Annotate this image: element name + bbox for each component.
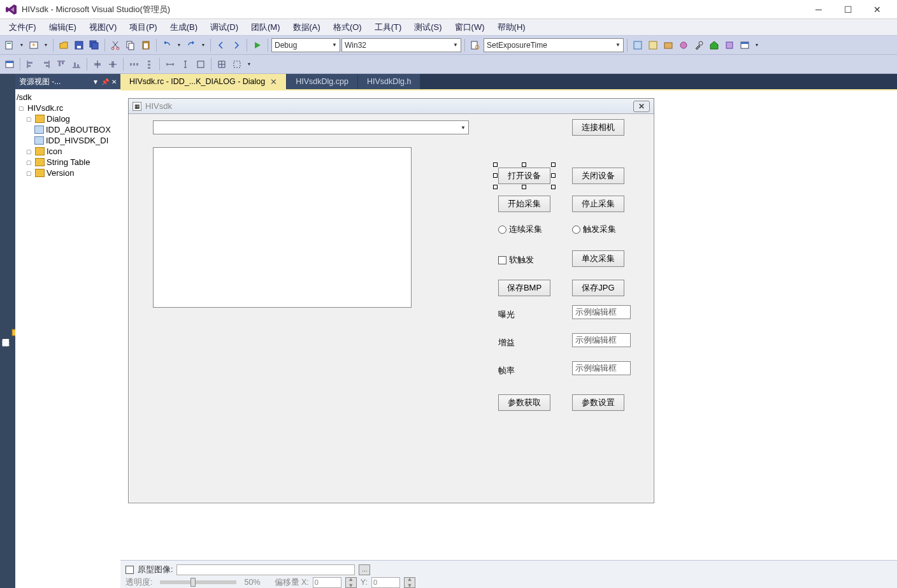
tree-root[interactable]: /sdk: [17, 92, 119, 103]
tab-h[interactable]: HIVsdkDlg.h: [358, 74, 420, 89]
start-grab-button[interactable]: 开始采集: [498, 196, 550, 212]
menu-test[interactable]: 测试(S): [408, 20, 448, 35]
browse-button[interactable]: …: [359, 564, 370, 575]
dropdown-icon[interactable]: ▼: [199, 38, 207, 52]
fps-input[interactable]: 示例编辑框: [572, 361, 631, 375]
cut-icon[interactable]: [108, 38, 122, 52]
menu-edit[interactable]: 编辑(E): [43, 20, 83, 35]
close-icon[interactable]: ✕: [270, 77, 277, 87]
class-view-icon[interactable]: [677, 38, 691, 52]
menu-debug[interactable]: 调试(D): [204, 20, 245, 35]
close-button[interactable]: ✕: [863, 0, 892, 19]
same-size-icon[interactable]: [194, 57, 208, 71]
same-height-icon[interactable]: [178, 57, 192, 71]
soft-trigger-check[interactable]: 软触发: [498, 254, 534, 266]
offset-y-input[interactable]: 0: [371, 577, 400, 588]
space-h-icon[interactable]: [127, 57, 141, 71]
open-device-button[interactable]: 打开设备: [498, 168, 550, 184]
menu-build[interactable]: 生成(B): [164, 20, 204, 35]
find-in-files-icon[interactable]: [468, 38, 482, 52]
dropdown-icon[interactable]: ▼: [92, 78, 99, 85]
connect-camera-button[interactable]: 连接相机: [572, 119, 624, 136]
solution-explorer-icon[interactable]: [631, 38, 645, 52]
resource-tree[interactable]: /sdk ▢HIVsdk.rc ▢Dialog IDD_ABOUTBOX IDD…: [15, 89, 120, 588]
dialog-designer[interactable]: ▦ HIVsdk ✕ ▼ 连接相机 打开设备 关闭设备: [120, 89, 897, 588]
save-bmp-button[interactable]: 保存BMP: [498, 280, 550, 296]
align-right-icon[interactable]: [39, 57, 53, 71]
dropdown-icon[interactable]: ▼: [42, 38, 50, 52]
trigger-radio[interactable]: 触发采集: [572, 224, 616, 235]
nav-back-icon[interactable]: [214, 38, 228, 52]
tree-node[interactable]: ▢HIVsdk.rc: [17, 103, 119, 113]
test-dialog-icon[interactable]: [3, 57, 17, 71]
spinner-icon[interactable]: ▲▼: [404, 577, 415, 588]
ext-manager-icon[interactable]: [722, 38, 736, 52]
center-h-icon[interactable]: [90, 57, 104, 71]
align-bottom-icon[interactable]: [69, 57, 83, 71]
maximize-button[interactable]: ☐: [833, 0, 863, 19]
platform-select[interactable]: Win32▼: [341, 38, 461, 52]
camera-combo[interactable]: ▼: [153, 120, 469, 134]
pin-icon[interactable]: 📌: [101, 78, 109, 85]
close-icon[interactable]: ✕: [111, 78, 117, 85]
add-item-icon[interactable]: +: [27, 38, 41, 52]
new-project-icon[interactable]: [3, 38, 17, 52]
align-top-icon[interactable]: [54, 57, 68, 71]
start-debug-icon[interactable]: [250, 38, 264, 52]
dropdown-icon[interactable]: ▼: [18, 38, 25, 52]
tools-icon[interactable]: [692, 38, 706, 52]
properties-icon[interactable]: [646, 38, 660, 52]
same-width-icon[interactable]: [163, 57, 177, 71]
get-param-button[interactable]: 参数获取: [498, 394, 550, 411]
menu-help[interactable]: 帮助(H): [491, 20, 532, 35]
grid-icon[interactable]: [215, 57, 229, 71]
orig-image-check[interactable]: [126, 566, 134, 574]
spinner-icon[interactable]: ▲▼: [345, 577, 357, 588]
tree-node[interactable]: ▢String Table: [17, 157, 119, 168]
stop-grab-button[interactable]: 停止采集: [572, 196, 624, 212]
toolbox-icon[interactable]: [661, 38, 675, 52]
dialog-frame[interactable]: ▦ HIVsdk ✕ ▼ 连接相机 打开设备 关闭设备: [128, 98, 654, 503]
dropdown-icon[interactable]: ▼: [753, 38, 761, 52]
config-select[interactable]: Debug▼: [271, 38, 340, 52]
tree-node[interactable]: ▢Version: [17, 168, 119, 178]
tree-node[interactable]: ▢Dialog: [17, 113, 119, 124]
tab-dialog[interactable]: HIVsdk.rc - IDD_...K_DIALOG - Dialog✕: [120, 74, 287, 89]
tab-cpp[interactable]: HIVsdkDlg.cpp: [287, 74, 358, 89]
menu-file[interactable]: 文件(F): [3, 20, 43, 35]
menu-view[interactable]: 视图(V): [83, 20, 123, 35]
menu-format[interactable]: 格式(O): [327, 20, 368, 35]
search-box[interactable]: SetExposureTime▼: [484, 38, 624, 52]
save-jpg-button[interactable]: 保存JPG: [572, 280, 624, 296]
minimize-button[interactable]: ─: [804, 0, 833, 19]
save-icon[interactable]: [72, 38, 86, 52]
gain-input[interactable]: 示例编辑框: [572, 333, 631, 347]
tree-node[interactable]: IDD_ABOUTBOX: [17, 124, 119, 135]
center-v-icon[interactable]: [106, 57, 120, 71]
tree-node[interactable]: ▢Icon: [17, 146, 119, 157]
copy-icon[interactable]: [124, 38, 138, 52]
open-icon[interactable]: [57, 38, 71, 52]
align-left-icon[interactable]: [24, 57, 38, 71]
dropdown-icon[interactable]: ▼: [245, 57, 253, 71]
menu-team[interactable]: 团队(M): [245, 20, 287, 35]
opacity-slider[interactable]: [160, 580, 236, 584]
exposure-input[interactable]: 示例编辑框: [572, 305, 631, 319]
continuous-radio[interactable]: 连续采集: [498, 224, 542, 235]
single-grab-button[interactable]: 单次采集: [572, 250, 624, 267]
start-page-icon[interactable]: [707, 38, 721, 52]
save-all-icon[interactable]: [87, 38, 101, 52]
window-icon[interactable]: [738, 38, 752, 52]
nav-fwd-icon[interactable]: [229, 38, 243, 52]
server-explorer-tab[interactable]: 服务器资源管理器: [0, 74, 15, 588]
menu-project[interactable]: 项目(P): [123, 20, 163, 35]
undo-icon[interactable]: [160, 38, 174, 52]
guides-icon[interactable]: [230, 57, 244, 71]
paste-icon[interactable]: [139, 38, 153, 52]
set-param-button[interactable]: 参数设置: [572, 394, 624, 411]
menu-tools[interactable]: 工具(T): [368, 20, 408, 35]
dialog-close-icon[interactable]: ✕: [633, 101, 650, 112]
dropdown-icon[interactable]: ▼: [175, 38, 183, 52]
orig-image-path-input[interactable]: [176, 564, 355, 575]
tree-node[interactable]: IDD_HIVSDK_DI: [17, 135, 119, 146]
